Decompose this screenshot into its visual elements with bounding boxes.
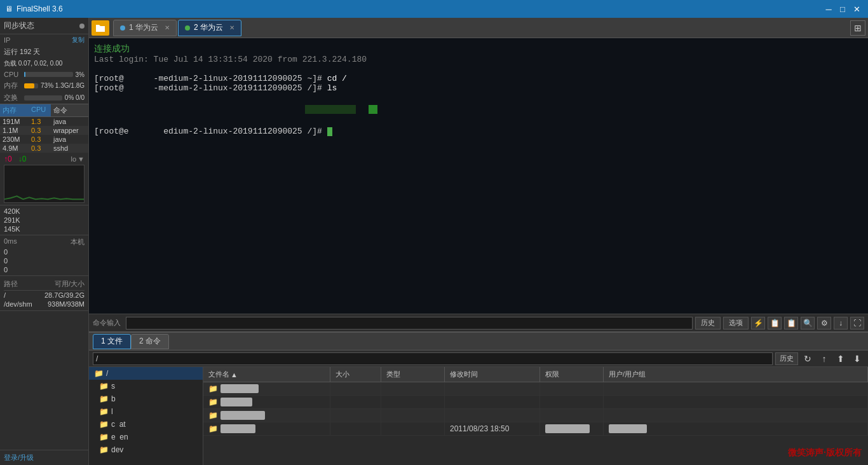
app-title: 🖥 FinalShell 3.6 — [5, 4, 63, 13]
file-list: 文件名 ▲ 大小 类型 修改时间 权限 用户/用户组 📁 — [203, 367, 868, 465]
file-row[interactable]: 📁 — [203, 382, 868, 396]
titlebar: 🖥 FinalShell 3.6 ─ □ ✕ — [0, 0, 868, 18]
lightning-button[interactable]: ⚡ — [751, 317, 765, 330]
tab-1-dot — [120, 25, 125, 31]
tree-item-b[interactable]: 📁 b — [89, 392, 203, 405]
file-row[interactable]: 📁 2011/08/23 18:50 — [203, 422, 868, 436]
load-row: 负载 0.07, 0.02, 0.00 — [0, 58, 88, 69]
cpu-label: CPU — [4, 71, 22, 78]
size-col-label: 可用/大小 — [55, 279, 85, 289]
history-button[interactable]: 历史 — [695, 317, 721, 330]
settings-terminal-button[interactable]: ⚙ — [817, 317, 831, 330]
tree-item-dev[interactable]: 📁 dev — [89, 443, 203, 456]
path-section: 路径 可用/大小 / 28.7G/39.2G /dev/shm 938M/938… — [0, 276, 88, 311]
tab-1-label: 1 华为云 — [129, 22, 158, 33]
sync-indicator — [79, 24, 85, 29]
swap-label: 交换 — [4, 93, 22, 102]
file-tab-files[interactable]: 1 文件 — [93, 334, 131, 349]
file-tab-commands[interactable]: 2 命令 — [131, 334, 169, 349]
runtime-row: 运行 192 天 — [0, 46, 88, 58]
perm-col-header[interactable]: 权限 — [540, 367, 604, 382]
net-val-2: 291K — [4, 216, 20, 224]
network-chart — [4, 165, 85, 203]
history-fb-button[interactable]: 历史 — [775, 352, 798, 365]
command-input[interactable] — [126, 317, 693, 330]
proc-cpu-header[interactable]: CPU — [29, 104, 51, 116]
owner-col-header[interactable]: 用户/用户组 — [604, 367, 868, 382]
path-input[interactable] — [93, 352, 773, 365]
terminal[interactable]: 连接成功 Last login: Tue Jul 14 13:31:54 202… — [89, 38, 868, 314]
ip-label: IP — [4, 36, 10, 44]
file-list-header: 文件名 ▲ 大小 类型 修改时间 权限 用户/用户组 — [203, 367, 868, 382]
file-browser-area: 1 文件 2 命令 历史 ↻ ↑ ⬆ ⬇ 📁 / — [89, 331, 868, 465]
copy-button[interactable]: 复制 — [72, 36, 85, 45]
upload-indicator: ↑0 — [4, 155, 12, 163]
process-list: 191M 1.3 java 1.1M 0.3 wrapper 230M 0.3 … — [0, 117, 88, 153]
window-controls: ─ □ ✕ — [822, 3, 863, 15]
download-indicator: ↓0 — [18, 155, 27, 163]
network-arrows: ↑0 ↓0 — [4, 155, 26, 163]
up-dir-button[interactable]: ↑ — [817, 352, 831, 365]
tab-2-close[interactable]: ✕ — [229, 24, 234, 31]
terminal-toolbar: 命令输入 历史 选项 ⚡ 📋 📋 🔍 ⚙ ↓ ⛶ — [89, 314, 868, 331]
process-row: 191M 1.3 java — [0, 117, 88, 126]
tree-item-root[interactable]: 📁 / — [89, 367, 203, 380]
proc-cmd-header[interactable]: 命令 — [51, 104, 88, 116]
type-col-header[interactable]: 类型 — [381, 367, 445, 382]
close-button[interactable]: ✕ — [850, 3, 863, 15]
mem-label: 内存 — [4, 81, 22, 90]
search-terminal-button[interactable]: 🔍 — [801, 317, 815, 330]
download-fb-button[interactable]: ⬇ — [850, 352, 864, 365]
folder-button[interactable] — [92, 20, 109, 36]
maximize-button[interactable]: □ — [836, 3, 849, 15]
path-col-label: 路径 — [4, 279, 18, 289]
local-label: 本机 — [71, 237, 85, 247]
filename-col-header[interactable]: 文件名 ▲ — [203, 367, 330, 382]
cpu-value: 3% — [76, 71, 85, 78]
upload-button[interactable]: ⬆ — [834, 352, 848, 365]
tree-item-s[interactable]: 📁 s — [89, 380, 203, 392]
copy-terminal-button[interactable]: 📋 — [768, 317, 782, 330]
download-button[interactable]: ↓ — [834, 317, 848, 330]
mem-value: 73% 1.3G/1.8G — [41, 82, 85, 89]
tab-2-huawei[interactable]: 2 华为云 ✕ — [178, 20, 241, 36]
network-section: ↑0 ↓0 lo ▼ — [0, 153, 88, 205]
sync-label: 同步状态 — [4, 20, 34, 31]
options-button[interactable]: 选项 — [723, 317, 749, 330]
file-mtime: 2011/08/23 18:50 — [445, 422, 540, 435]
file-row[interactable]: 📁 — [203, 396, 868, 409]
filebrowser-tabs: 1 文件 2 命令 — [89, 333, 868, 350]
app-icon: 🖥 — [5, 4, 13, 13]
tab-2-dot — [185, 25, 190, 31]
tab-1-huawei[interactable]: 1 华为云 ✕ — [113, 20, 177, 36]
size-col-header[interactable]: 大小 — [330, 367, 381, 382]
terminal-prompt-2: [root@ -medium-2-linux-20191112090025 /]… — [94, 83, 863, 93]
process-table-header: 内存 CPU 命令 — [0, 104, 88, 117]
command-input-label: 命令输入 — [93, 318, 121, 328]
fullscreen-button[interactable]: ⛶ — [850, 317, 864, 330]
paste-terminal-button[interactable]: 📋 — [784, 317, 798, 330]
cpu-stat-row: CPU 3% — [0, 69, 88, 80]
tree-item-e[interactable]: 📁 e en — [89, 431, 203, 443]
process-row: 230M 0.3 java — [0, 135, 88, 144]
tree-item-c[interactable]: 📁 c at — [89, 418, 203, 431]
path-row-devshm: /dev/shm 938M/938M — [4, 300, 85, 309]
minimize-button[interactable]: ─ — [822, 3, 835, 15]
file-row[interactable]: 📁 — [203, 409, 868, 422]
sync-status-row: 同步状态 — [0, 18, 88, 34]
filebrowser-main: 📁 / 📁 s 📁 b 📁 l — [89, 367, 868, 465]
ls-output-block — [305, 105, 356, 114]
login-upgrade-link[interactable]: 登录/升级 — [0, 450, 88, 465]
load-value: 负载 0.07, 0.02, 0.00 — [4, 59, 62, 68]
refresh-button[interactable]: ↻ — [801, 352, 815, 365]
process-row: 4.9M 0.3 sshd — [0, 144, 88, 153]
proc-mem-header[interactable]: 内存 — [0, 104, 29, 116]
net-val-1: 420K — [4, 207, 20, 215]
tab-1-close[interactable]: ✕ — [165, 24, 170, 31]
tab-bar: 1 华为云 ✕ 2 华为云 ✕ ⊞ — [89, 18, 868, 38]
grid-view-button[interactable]: ⊞ — [850, 20, 865, 36]
terminal-ls-output — [94, 102, 863, 117]
mtime-col-header[interactable]: 修改时间 — [445, 367, 540, 382]
tree-item-l[interactable]: 📁 l — [89, 405, 203, 418]
path-header: 路径 可用/大小 — [4, 278, 85, 291]
